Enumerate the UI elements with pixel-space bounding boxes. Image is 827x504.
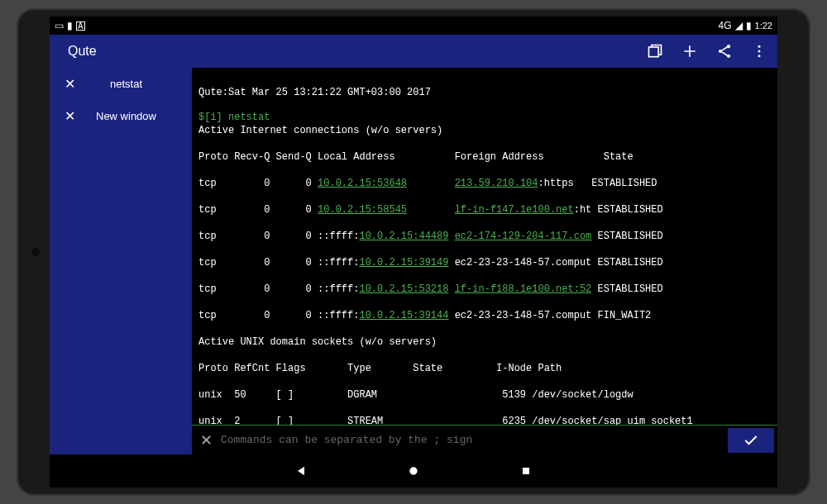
signal-icon: ◢ <box>735 21 743 31</box>
local-address-link[interactable]: 10.0.2.15:44489 <box>359 231 448 242</box>
command-input-row: ✕ <box>192 425 777 454</box>
share-icon[interactable] <box>716 43 733 59</box>
inet-row: tcp 0 0 10.0.2.15:58545 lf-in-f147.1e100… <box>198 203 772 216</box>
screen: ▭ ▮ A 4G ◢ ▮ 1:22 Qute <box>50 17 777 487</box>
svg-rect-8 <box>523 468 529 474</box>
main-area: ✕ netstat ✕ New window Qute:Sat Mar 25 1… <box>50 68 777 454</box>
recent-apps-button[interactable] <box>519 464 533 478</box>
inet-row: tcp 0 0 ::ffff:10.0.2.15:39149 ec2-23-23… <box>198 256 772 269</box>
inet-row: tcp 0 0 ::ffff:10.0.2.15:39144 ec2-23-23… <box>198 309 772 322</box>
status-bar: ▭ ▮ A 4G ◢ ▮ 1:22 <box>50 17 777 35</box>
command-input[interactable] <box>221 434 728 446</box>
keyboard-icon: A <box>76 21 85 31</box>
unix-row: unix 50 [ ] DGRAM 5139 /dev/socket/logdw <box>198 388 772 402</box>
local-address-link[interactable]: 10.0.2.15:53648 <box>318 178 407 189</box>
battery-icon: ▮ <box>746 21 752 31</box>
section-header: Active UNIX domain sockets (w/o servers) <box>198 335 772 349</box>
inet-header: Proto Recv-Q Send-Q Local Address Foreig… <box>198 150 772 164</box>
svg-rect-0 <box>649 47 659 57</box>
sd-card-icon: ▮ <box>67 21 73 31</box>
network-icon: 4G <box>719 21 732 31</box>
camera-dot <box>31 248 40 256</box>
close-icon[interactable]: ✕ <box>65 76 75 92</box>
terminal-pane: Qute:Sat Mar 25 13:21:22 GMT+03:00 2017$… <box>192 68 777 454</box>
foreign-address-link[interactable]: ec2-174-129-204-117.com <box>455 231 592 242</box>
add-icon[interactable] <box>681 43 698 59</box>
app-title: Qute <box>68 44 97 59</box>
submit-button[interactable] <box>728 428 774 453</box>
clear-input-icon[interactable]: ✕ <box>192 431 221 449</box>
sidebar-tab-new-window[interactable]: ✕ New window <box>50 100 192 132</box>
inet-row: tcp 0 0 ::ffff:10.0.2.15:53218 lf-in-f18… <box>198 283 772 296</box>
sidebar: ✕ netstat ✕ New window <box>50 68 192 454</box>
sidebar-item-label: netstat <box>92 78 160 90</box>
more-icon[interactable] <box>751 43 767 59</box>
home-button[interactable] <box>407 464 420 478</box>
section-header: Active Internet connections (w/o servers… <box>198 124 772 137</box>
clock: 1:22 <box>755 21 772 31</box>
unix-header: Proto RefCnt Flags Type State I-Node Pat… <box>198 362 772 375</box>
android-nav-bar <box>50 454 777 487</box>
svg-point-5 <box>758 50 761 53</box>
svg-point-6 <box>758 55 761 57</box>
local-address-link[interactable]: 10.0.2.15:58545 <box>318 204 407 216</box>
terminal-timestamp: Qute:Sat Mar 25 13:21:22 GMT+03:00 2017 <box>198 86 772 99</box>
inet-row: tcp 0 0 10.0.2.15:53648 213.59.210.104:h… <box>198 177 772 190</box>
local-address-link[interactable]: 10.0.2.15:39149 <box>359 257 448 269</box>
tablet-frame: ▭ ▮ A 4G ◢ ▮ 1:22 Qute <box>17 8 810 496</box>
local-address-link[interactable]: 10.0.2.15:53218 <box>359 283 448 295</box>
sidebar-item-label: New window <box>92 110 160 122</box>
window-icon: ▭ <box>55 21 64 31</box>
foreign-address-link[interactable]: lf-in-f147.1e100.net <box>455 204 574 216</box>
svg-point-7 <box>409 467 417 474</box>
command: netstat <box>228 112 270 123</box>
foreign-address-link[interactable]: 213.59.210.104 <box>455 178 538 189</box>
close-icon[interactable]: ✕ <box>65 108 75 124</box>
app-bar: Qute <box>50 35 777 68</box>
back-button[interactable] <box>294 464 308 478</box>
prompt: $[i] <box>198 112 228 123</box>
terminal-output[interactable]: Qute:Sat Mar 25 13:21:22 GMT+03:00 2017$… <box>192 68 777 425</box>
local-address-link[interactable]: 10.0.2.15:39144 <box>359 310 448 321</box>
unix-row: unix 2 [ ] STREAM 6235 /dev/socket/sap_u… <box>198 415 772 425</box>
foreign-address-link[interactable]: lf-in-f188.1e100.net:52 <box>455 283 592 295</box>
tabs-icon[interactable] <box>647 43 663 59</box>
svg-point-4 <box>758 45 761 48</box>
sidebar-tab-netstat[interactable]: ✕ netstat <box>50 68 192 100</box>
inet-row: tcp 0 0 ::ffff:10.0.2.15:44489 ec2-174-1… <box>198 230 772 243</box>
